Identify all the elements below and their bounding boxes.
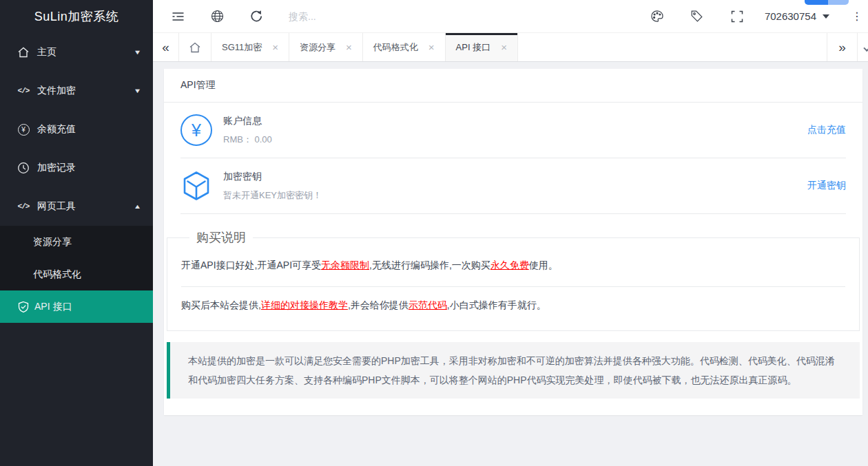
tab-resource-share[interactable]: 资源分享 × xyxy=(289,33,363,61)
app-title: SuLin加密系统 xyxy=(0,0,153,33)
sidebar-item-resource-share[interactable]: 资源分享 xyxy=(0,226,153,258)
user-id: 702630754 xyxy=(765,10,816,22)
home-icon xyxy=(17,45,30,59)
text-segment: ,小白式操作有手就行。 xyxy=(447,299,546,310)
activate-key-link[interactable]: 开通密钥 xyxy=(807,180,846,192)
chevron-down-icon xyxy=(823,14,829,19)
user-menu[interactable]: 702630754 xyxy=(765,10,829,22)
highlighted-text: 详细的对接操作教学 xyxy=(261,299,348,310)
clipped-tooltip xyxy=(805,0,849,5)
sidebar: SuLin加密系统 主页 ▼ </> 文件加密 ▼ ¥ 余额充值 加密记录 </… xyxy=(0,0,153,466)
sidebar-item-label: API 接口 xyxy=(34,301,72,313)
purchase-instructions: 购买说明 开通API接口好处,开通API可享受无余额限制,无线进行编码操作,一次… xyxy=(167,229,860,331)
yen-circle-icon: ¥ xyxy=(17,123,30,136)
yen-circle-icon: ¥ xyxy=(180,114,212,146)
sidebar-item-label: 代码格式化 xyxy=(33,268,81,281)
clock-icon xyxy=(17,161,30,175)
account-balance: RMB： 0.00 xyxy=(223,134,272,146)
tabbar-right-controls: » xyxy=(827,33,868,61)
sidebar-item-api[interactable]: API 接口 xyxy=(0,290,153,323)
sidebar-item-home[interactable]: 主页 ▼ xyxy=(0,33,153,72)
key-info-text: 加密密钥 暂未开通KEY加密密钥！ xyxy=(223,171,322,202)
purchase-paragraph-2: 购买后本站会提供,详细的对接操作教学,并会给你提供示范代码,小白式操作有手就行。 xyxy=(181,287,845,326)
tag-icon[interactable] xyxy=(690,10,704,23)
refresh-icon[interactable] xyxy=(249,10,263,23)
tab-code-format[interactable]: 代码格式化 × xyxy=(363,33,446,61)
recharge-link[interactable]: 点击充值 xyxy=(807,124,846,136)
chevron-down-icon: ▼ xyxy=(134,87,142,94)
purchase-legend: 购买说明 xyxy=(189,229,253,246)
text-segment: 开通API接口好处,开通API可享受 xyxy=(181,260,321,271)
code-icon: </> xyxy=(17,84,30,98)
home-tab[interactable] xyxy=(179,33,211,61)
chevron-down-icon: ▼ xyxy=(134,49,142,56)
main-content: API管理 ¥ 账户信息 RMB： 0.00 点击充值 加密密钥 暂未开通KEY xyxy=(153,62,868,466)
sidebar-item-file-encrypt[interactable]: </> 文件加密 ▼ xyxy=(0,72,153,110)
scroll-tabs-right-button[interactable]: » xyxy=(827,33,857,61)
scroll-tabs-left-button[interactable]: « xyxy=(153,33,179,61)
shield-check-icon xyxy=(17,300,30,314)
key-title: 加密密钥 xyxy=(223,171,322,183)
text-segment: 使用。 xyxy=(529,260,558,271)
highlighted-text: 无余额限制 xyxy=(321,260,369,271)
key-status: 暂未开通KEY加密密钥！ xyxy=(223,189,322,202)
theme-palette-icon[interactable] xyxy=(650,10,664,23)
globe-icon[interactable] xyxy=(210,10,224,23)
sidebar-item-label: 资源分享 xyxy=(33,236,72,248)
tab-api[interactable]: API 接口 × xyxy=(446,33,518,61)
search-input[interactable] xyxy=(289,11,447,22)
tab-label: SG11加密 xyxy=(222,41,262,54)
sidebar-item-label: 加密记录 xyxy=(37,162,76,174)
card-body: ¥ 账户信息 RMB： 0.00 点击充值 加密密钥 暂未开通KEY加密密钥！ … xyxy=(164,103,862,415)
close-icon[interactable]: × xyxy=(501,42,507,52)
sidebar-item-code-format[interactable]: 代码格式化 xyxy=(0,258,153,290)
sidebar-item-label: 主页 xyxy=(37,46,56,59)
topbar: 702630754 ⋮ xyxy=(153,0,868,33)
highlighted-text: 永久免费 xyxy=(490,260,529,271)
sidebar-item-web-tools[interactable]: </> 网页工具 ▲ xyxy=(0,187,153,226)
account-info-text: 账户信息 RMB： 0.00 xyxy=(223,115,272,146)
collapse-menu-icon[interactable] xyxy=(171,10,185,23)
tab-sg11[interactable]: SG11加密 × xyxy=(211,33,289,61)
tab-options-chevron-icon[interactable] xyxy=(857,33,868,61)
fullscreen-icon[interactable] xyxy=(730,10,744,23)
account-title: 账户信息 xyxy=(223,115,272,127)
cube-icon xyxy=(180,170,212,202)
close-icon[interactable]: × xyxy=(428,42,435,52)
page-title: API管理 xyxy=(164,69,862,103)
account-info-row: ¥ 账户信息 RMB： 0.00 点击充值 xyxy=(180,103,846,158)
tab-label: API 接口 xyxy=(456,41,491,54)
close-icon[interactable]: × xyxy=(272,42,278,52)
text-segment: ,并会给你提供 xyxy=(348,299,409,310)
key-info-row: 加密密钥 暂未开通KEY加密密钥！ 开通密钥 xyxy=(180,158,846,214)
product-description-note: 本站提供的加密是一款可以满足您安全需要的PHP加密工具，采用非对称加密和不可逆的… xyxy=(167,342,860,399)
purchase-paragraph-1: 开通API接口好处,开通API可享受无余额限制,无线进行编码操作,一次购买永久免… xyxy=(181,247,845,287)
text-segment: 购买后本站会提供, xyxy=(181,299,261,310)
close-icon[interactable]: × xyxy=(346,42,352,52)
sidebar-item-label: 网页工具 xyxy=(37,200,76,213)
web-tools-submenu: 资源分享 代码格式化 API 接口 xyxy=(0,226,153,323)
sidebar-item-label: 文件加密 xyxy=(37,85,76,97)
tabbar: « SG11加密 × 资源分享 × 代码格式化 × API 接口 × » xyxy=(153,33,868,62)
code-icon: </> xyxy=(17,200,30,213)
chevron-up-icon: ▲ xyxy=(134,203,142,210)
sidebar-item-records[interactable]: 加密记录 xyxy=(0,149,153,187)
sidebar-item-recharge[interactable]: ¥ 余额充值 xyxy=(0,110,153,149)
topbar-actions: 702630754 ⋮ xyxy=(624,10,864,23)
api-management-card: API管理 ¥ 账户信息 RMB： 0.00 点击充值 加密密钥 暂未开通KEY xyxy=(164,69,862,415)
highlighted-text: 示范代码 xyxy=(409,299,447,310)
text-segment: ,无线进行编码操作,一次购买 xyxy=(369,260,490,271)
more-vertical-icon[interactable]: ⋮ xyxy=(850,10,864,23)
tab-label: 资源分享 xyxy=(300,41,335,54)
sidebar-item-label: 余额充值 xyxy=(37,123,76,136)
tab-label: 代码格式化 xyxy=(373,41,418,54)
